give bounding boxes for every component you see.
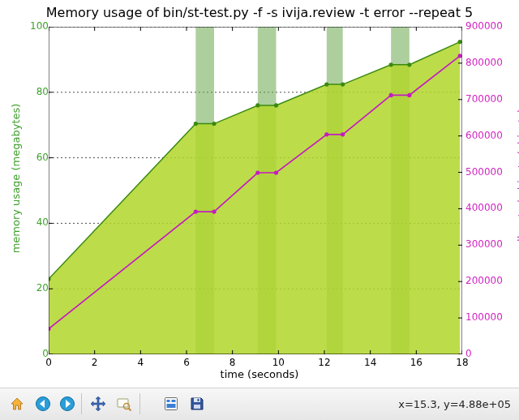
svg-point-13 (255, 103, 260, 107)
svg-rect-78 (198, 399, 199, 401)
y-axis-right-label: allocated objects (objects) (516, 57, 519, 300)
svg-point-28 (407, 93, 411, 97)
save-button[interactable] (187, 393, 208, 414)
y-left-tick: 20 (36, 282, 49, 294)
toolbar-separator (81, 393, 82, 414)
svg-point-22 (212, 209, 216, 213)
y-right-tick: 600000 (465, 130, 503, 141)
svg-point-25 (324, 132, 328, 136)
svg-rect-77 (194, 405, 200, 409)
chart-title: Memory usage of bin/st-test.py -f -s ivi… (0, 5, 519, 20)
y-right-tick: 0 (465, 348, 472, 359)
x-tick: 16 (404, 357, 428, 368)
svg-point-17 (389, 62, 393, 66)
y-right-tick: 100000 (465, 311, 503, 323)
svg-point-23 (255, 170, 260, 174)
chart-svg (49, 27, 462, 354)
y-right-tick: 200000 (465, 275, 503, 286)
x-tick: 10 (266, 357, 290, 368)
configure-subplots-button[interactable] (161, 393, 182, 414)
svg-point-18 (407, 62, 411, 66)
x-tick: 12 (312, 357, 337, 368)
x-tick: 8 (221, 357, 245, 368)
pan-button[interactable] (88, 393, 109, 414)
y-right-tick: 800000 (465, 57, 503, 68)
svg-rect-76 (194, 398, 200, 402)
cursor-position-readout: x=15.3, y=4.88e+05 (398, 398, 511, 410)
svg-point-21 (194, 209, 198, 213)
svg-point-27 (389, 93, 393, 97)
x-tick: 14 (358, 357, 383, 368)
back-button[interactable] (32, 393, 54, 414)
svg-point-29 (458, 54, 462, 58)
home-button[interactable] (6, 393, 28, 414)
y-left-tick: 60 (36, 152, 49, 163)
svg-point-16 (341, 83, 345, 87)
toolbar-separator (139, 393, 140, 414)
y-left-tick: 40 (36, 216, 49, 228)
home-icon (9, 396, 25, 412)
svg-point-14 (274, 103, 278, 107)
y-left-tick: 80 (36, 86, 49, 97)
x-axis-label: time (seconds) (0, 368, 519, 380)
x-tick: 6 (174, 357, 199, 368)
svg-point-15 (324, 83, 328, 87)
arrow-right-icon (59, 396, 75, 412)
y-right-tick: 300000 (465, 238, 503, 250)
y-right-tick: 900000 (465, 20, 503, 32)
svg-point-11 (194, 122, 198, 126)
svg-point-12 (212, 122, 216, 126)
zoom-button[interactable] (114, 393, 135, 414)
toolbar: x=15.3, y=4.88e+05 (0, 388, 519, 420)
y-right-tick: 400000 (465, 202, 503, 213)
svg-rect-73 (167, 400, 170, 402)
zoom-icon (116, 396, 132, 412)
svg-point-19 (458, 40, 462, 44)
arrow-left-icon (35, 396, 51, 412)
chart-canvas: Memory usage of bin/st-test.py -f -s ivi… (0, 0, 519, 388)
forward-button[interactable] (57, 393, 78, 414)
y-right-tick: 500000 (465, 166, 503, 178)
move-icon (90, 396, 106, 412)
x-tick: 4 (128, 357, 152, 368)
svg-line-71 (129, 409, 131, 411)
y-left-tick: 0 (42, 348, 49, 359)
subplots-icon (163, 396, 179, 412)
y-axis-left-label: memory usage (megabytes) (10, 57, 22, 300)
y-right-tick: 700000 (465, 93, 503, 105)
svg-point-24 (274, 170, 278, 174)
y-left-tick: 100 (30, 20, 49, 32)
svg-point-26 (341, 132, 345, 136)
floppy-disk-icon (189, 396, 205, 412)
x-tick: 2 (83, 357, 107, 368)
svg-rect-75 (167, 404, 176, 408)
x-tick: 0 (36, 357, 61, 368)
svg-rect-74 (172, 400, 176, 402)
